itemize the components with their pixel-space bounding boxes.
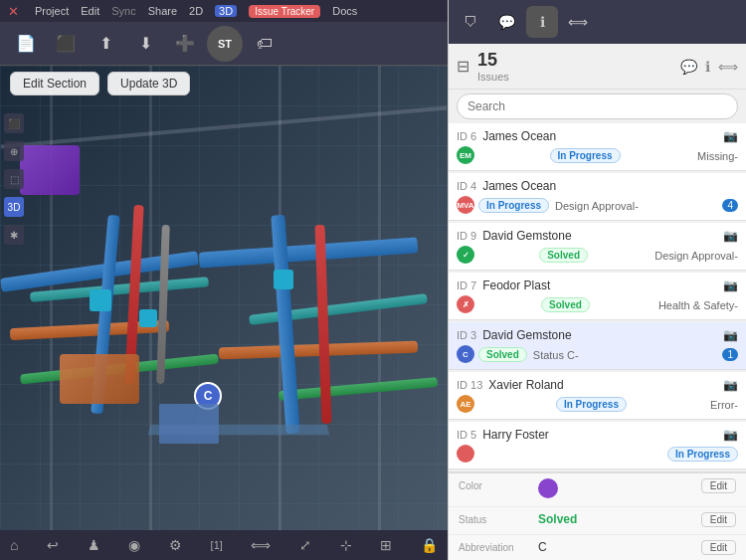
layers-icon[interactable]: ⬛: [48, 26, 84, 62]
issue-id: ID 13: [457, 379, 482, 391]
sidebar-icon-4[interactable]: ✱: [4, 225, 24, 245]
left-sidebar: ⬛ ⊕ ⬚ 3D ✱: [0, 109, 24, 249]
assignee-avatar: C: [457, 345, 474, 363]
issue-desc: Missing-: [697, 150, 738, 162]
3d-viewport[interactable]: C: [0, 66, 448, 560]
issue-list: ID 6 James Ocean 📷 EM In Progress Missin…: [449, 123, 746, 471]
camera-icon: 📷: [723, 129, 738, 143]
issue-desc: Health & Safety-: [658, 299, 738, 311]
docs-btn[interactable]: Docs: [332, 5, 357, 17]
count-badge: 1: [722, 348, 738, 361]
lock-icon[interactable]: 🔒: [421, 537, 438, 553]
camera-icon: 📷: [723, 378, 738, 392]
color-label: Color: [459, 478, 538, 491]
download-icon[interactable]: ⬇: [127, 26, 163, 62]
abbreviation-value: C: [538, 540, 701, 554]
edit-section-btn[interactable]: Edit Section: [10, 72, 99, 95]
sidebar-icon-2[interactable]: ⊕: [4, 141, 24, 161]
search-bar: [449, 90, 746, 123]
issue-desc: Design Approval-: [654, 250, 738, 262]
sidebar-icon-1[interactable]: ⬛: [4, 113, 24, 133]
status-badge: Solved: [539, 248, 588, 263]
issue-name: James Ocean: [482, 129, 717, 143]
rp-toolbar: ⛉ 💬 ℹ ⟺: [449, 0, 746, 44]
arrows-icon[interactable]: ⟺: [251, 537, 271, 553]
rp-comment-icon[interactable]: 💬: [490, 6, 522, 38]
menu-project[interactable]: Project: [35, 5, 69, 17]
st-icon[interactable]: ST: [207, 26, 243, 62]
detail-abbreviation-row: Abbreviation C Edit: [449, 535, 746, 560]
search-input[interactable]: [457, 93, 738, 119]
tag-icon[interactable]: 🏷: [247, 26, 282, 62]
camera-icon: 📷: [723, 229, 738, 243]
abbreviation-label: Abbreviation: [459, 540, 538, 553]
camera-icon: 📷: [723, 428, 738, 442]
doc-icon[interactable]: 📄: [8, 26, 44, 62]
assignee-avatar: MVA: [457, 196, 474, 214]
camera-icon: 📷: [723, 328, 738, 342]
issue-name: James Ocean: [482, 179, 738, 193]
info-icon[interactable]: ℹ: [705, 59, 710, 75]
assignee-avatar: EM: [457, 146, 474, 164]
person-icon[interactable]: ♟: [88, 537, 100, 553]
issue-name: Xavier Roland: [488, 378, 717, 392]
cursor-icon[interactable]: ⊹: [340, 537, 352, 553]
status-label: Status: [459, 512, 538, 525]
issue-id: ID 3: [457, 329, 476, 341]
expand-rp-icon[interactable]: ⟺: [718, 59, 738, 75]
status-badge: In Progress: [550, 148, 621, 163]
issue-id: ID 7: [457, 280, 476, 291]
speech-icon[interactable]: 💬: [680, 59, 697, 75]
section-bar: Edit Section Update 3D: [0, 66, 448, 101]
rp-filter-icon[interactable]: ⛉: [455, 6, 486, 38]
issue-id: ID 5: [457, 429, 476, 441]
count-badge: 4: [722, 199, 738, 212]
eye-bottom-icon[interactable]: ◉: [128, 537, 140, 553]
share-btn[interactable]: Share: [148, 5, 177, 17]
issue-item[interactable]: ID 3 David Gemstone 📷 C Solved Status C-…: [449, 322, 746, 370]
sidebar-icon-3[interactable]: ⬚: [4, 169, 24, 189]
grid-icon[interactable]: ⊞: [380, 537, 392, 553]
expand-icon[interactable]: ⤢: [299, 537, 311, 553]
sync-label: Sync: [111, 5, 135, 17]
assignee-avatar: [457, 445, 474, 463]
status-edit-btn[interactable]: Edit: [701, 512, 736, 527]
detail-color-row: Color Edit: [449, 473, 746, 507]
issue-item[interactable]: ID 6 James Ocean 📷 EM In Progress Missin…: [449, 123, 746, 171]
detail-status-row: Status Solved Edit: [449, 507, 746, 535]
rp-info-icon[interactable]: ℹ: [526, 6, 558, 38]
issue-desc: Design Approval-: [555, 200, 639, 212]
update-3d-btn[interactable]: Update 3D: [107, 72, 190, 95]
filter-icon[interactable]: ⊟: [457, 57, 469, 76]
upload-icon[interactable]: ⬆: [88, 26, 123, 62]
issue-item[interactable]: ID 5 Harry Foster 📷 In Progress: [449, 422, 746, 469]
view-3d-btn[interactable]: 3D: [215, 5, 237, 17]
issue-item[interactable]: ID 9 David Gemstone 📷 ✓ Solved Design Ap…: [449, 223, 746, 271]
add-issue-icon[interactable]: ➕: [167, 26, 203, 62]
status-badge: In Progress: [667, 447, 738, 462]
sidebar-3d-icon[interactable]: 3D: [4, 197, 24, 217]
issue-name: David Gemstone: [482, 229, 717, 243]
status-value: Solved: [538, 512, 701, 526]
status-badge: Solved: [541, 297, 590, 312]
filter-bar: ⊟ 15 Issues 💬 ℹ ⟺: [449, 44, 746, 90]
issue-name: David Gemstone: [482, 328, 717, 342]
undo-icon[interactable]: ↩: [47, 537, 59, 553]
issue-item[interactable]: ID 13 Xavier Roland 📷 AE In Progress Err…: [449, 372, 746, 420]
issue-name: Feodor Plast: [482, 279, 717, 292]
settings-icon[interactable]: ⚙: [169, 537, 182, 553]
issue-tracker-btn[interactable]: Issue Tracker: [249, 5, 320, 18]
abbreviation-edit-btn[interactable]: Edit: [701, 540, 736, 555]
home-icon[interactable]: ⌂: [10, 537, 18, 553]
right-panel: ⛉ 💬 ℹ ⟺ ⊟ 15 Issues 💬 ℹ ⟺ ID 6 James Oce…: [448, 0, 746, 560]
menu-edit[interactable]: Edit: [81, 5, 99, 17]
issue-id: ID 4: [457, 180, 476, 192]
page-indicator: [1]: [211, 539, 223, 551]
issue-item[interactable]: ID 7 Feodor Plast 📷 ✗ Solved Health & Sa…: [449, 273, 746, 320]
rp-resize-icon[interactable]: ⟺: [562, 6, 594, 38]
color-edit-btn[interactable]: Edit: [701, 478, 736, 493]
issue-id: ID 6: [457, 130, 476, 142]
issue-id: ID 9: [457, 230, 476, 242]
view-2d-btn[interactable]: 2D: [189, 5, 203, 17]
issue-item[interactable]: ID 4 James Ocean MVA In Progress Design …: [449, 173, 746, 221]
